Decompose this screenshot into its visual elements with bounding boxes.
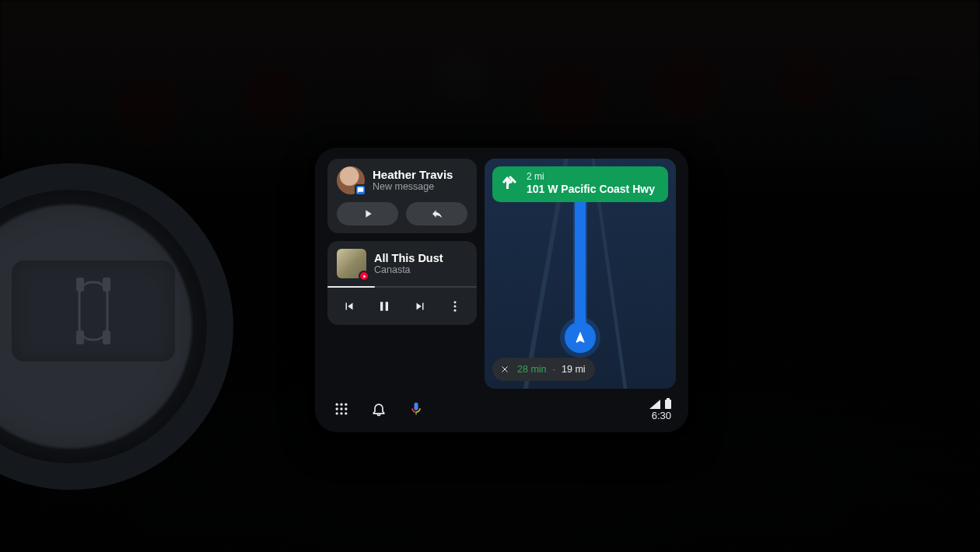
infotainment-screen: Heather Travis New message — [315, 148, 688, 432]
eta-time: 28 min — [517, 364, 547, 375]
svg-point-14 — [336, 412, 338, 414]
message-card[interactable]: Heather Travis New message — [327, 159, 477, 233]
mic-icon — [408, 401, 424, 417]
play-pause-button[interactable] — [373, 295, 395, 317]
svg-rect-2 — [103, 278, 110, 292]
svg-point-6 — [453, 306, 456, 308]
cell-signal-icon — [649, 400, 660, 409]
skip-previous-icon — [342, 299, 356, 313]
navigation-arrow-icon — [573, 330, 587, 344]
turn-distance: 2 mi — [527, 172, 655, 181]
svg-rect-4 — [103, 330, 110, 344]
play-icon — [362, 208, 374, 220]
reply-icon — [431, 208, 443, 220]
eta-distance: 19 mi — [562, 364, 586, 375]
clock: 6:30 — [652, 411, 671, 421]
contact-avatar — [337, 166, 365, 194]
pause-icon — [376, 299, 392, 314]
media-card[interactable]: All This Dust Canasta — [327, 241, 477, 325]
eta-separator: · — [553, 364, 555, 375]
svg-point-15 — [340, 412, 342, 414]
eta-chip[interactable]: 28 min · 19 mi — [492, 358, 595, 381]
svg-point-12 — [340, 407, 342, 410]
svg-rect-1 — [76, 278, 84, 292]
current-location-puck — [565, 322, 596, 353]
previous-track-button[interactable] — [338, 295, 360, 317]
playback-progress[interactable] — [327, 286, 477, 288]
message-subtitle: New message — [373, 181, 453, 192]
notifications-button[interactable] — [369, 400, 388, 418]
reply-button[interactable] — [406, 202, 467, 225]
next-track-button[interactable] — [409, 295, 431, 317]
svg-point-5 — [453, 301, 456, 303]
skip-next-icon — [413, 299, 427, 313]
status-icons — [649, 398, 671, 409]
track-title: All This Dust — [374, 252, 443, 264]
svg-point-9 — [340, 404, 342, 406]
play-message-button[interactable] — [337, 202, 398, 225]
system-bar: 6:30 — [327, 393, 676, 424]
svg-point-11 — [336, 407, 338, 410]
close-icon — [500, 365, 509, 374]
svg-point-13 — [345, 407, 347, 410]
messages-app-badge-icon — [355, 184, 366, 196]
close-eta-button[interactable] — [499, 363, 511, 376]
turn-left-icon — [500, 173, 519, 192]
svg-point-16 — [345, 412, 347, 414]
svg-point-8 — [336, 404, 338, 406]
media-more-button[interactable] — [444, 295, 466, 317]
voice-assistant-button[interactable] — [407, 400, 425, 418]
svg-rect-18 — [667, 398, 670, 400]
message-sender: Heather Travis — [373, 168, 453, 181]
more-vert-icon — [448, 299, 462, 313]
track-artist: Canasta — [374, 264, 443, 275]
svg-rect-0 — [79, 282, 107, 340]
youtube-music-badge-icon — [359, 271, 369, 281]
svg-rect-17 — [665, 400, 671, 409]
direction-banner[interactable]: 2 mi 101 W Pacific Coast Hwy — [492, 166, 668, 202]
svg-point-10 — [345, 404, 347, 406]
road-name: 101 W Pacific Coast Hwy — [527, 183, 655, 196]
bell-icon — [371, 401, 387, 417]
battery-icon — [665, 398, 671, 409]
apps-grid-icon — [334, 401, 349, 417]
svg-point-7 — [453, 309, 456, 312]
route-line — [575, 193, 586, 341]
instrument-cluster — [12, 260, 175, 362]
app-launcher-button[interactable] — [332, 400, 351, 418]
album-art — [337, 249, 366, 278]
svg-rect-3 — [76, 330, 84, 344]
navigation-map[interactable]: 2 mi 101 W Pacific Coast Hwy 28 min · 19… — [485, 159, 676, 389]
